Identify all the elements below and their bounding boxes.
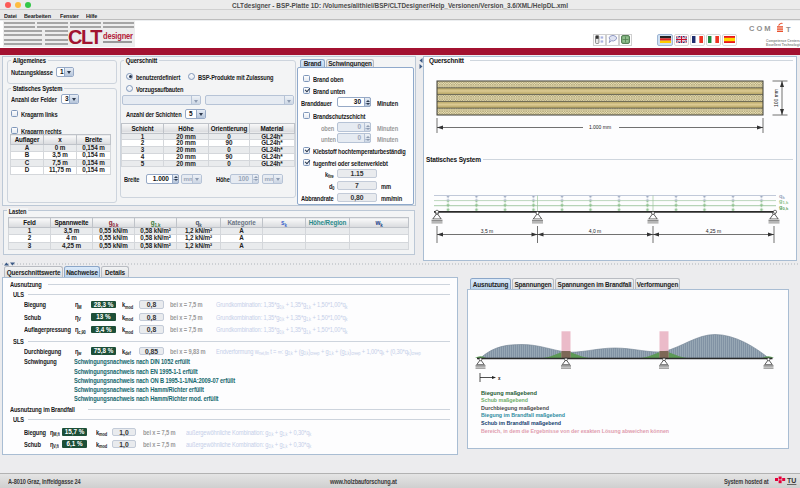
svg-text:Schub maßgebend: Schub maßgebend (481, 396, 528, 403)
svg-text:Biegung maßgebend: Biegung maßgebend (481, 389, 537, 396)
svg-text:Statisches System: Statisches System (426, 156, 481, 164)
svg-text:100 mm: 100 mm (773, 89, 779, 107)
svg-text:4,0 m: 4,0 m (589, 228, 602, 234)
svg-text:x: x (498, 376, 501, 381)
svg-text:1.000 mm: 1.000 mm (589, 124, 611, 130)
svg-text:g0,k: g0,k (779, 204, 789, 211)
svg-text:TU: TU (787, 477, 796, 484)
svg-text:Biegung im Brandfall maßgebend: Biegung im Brandfall maßgebend (481, 411, 565, 418)
svg-text:T: T (786, 25, 791, 33)
svg-text:3,5 m: 3,5 m (481, 228, 494, 234)
svg-text:Querschnitt: Querschnitt (429, 57, 465, 65)
svg-text:Durchbiegung maßgebend: Durchbiegung maßgebend (481, 404, 549, 411)
svg-text:Schub im Brandfall maßgebend: Schub im Brandfall maßgebend (481, 419, 561, 426)
svg-text:4,25 m: 4,25 m (706, 228, 721, 234)
svg-text:Bereich, in dem die Ergebnisse: Bereich, in dem die Ergebnisse von der e… (481, 427, 669, 434)
